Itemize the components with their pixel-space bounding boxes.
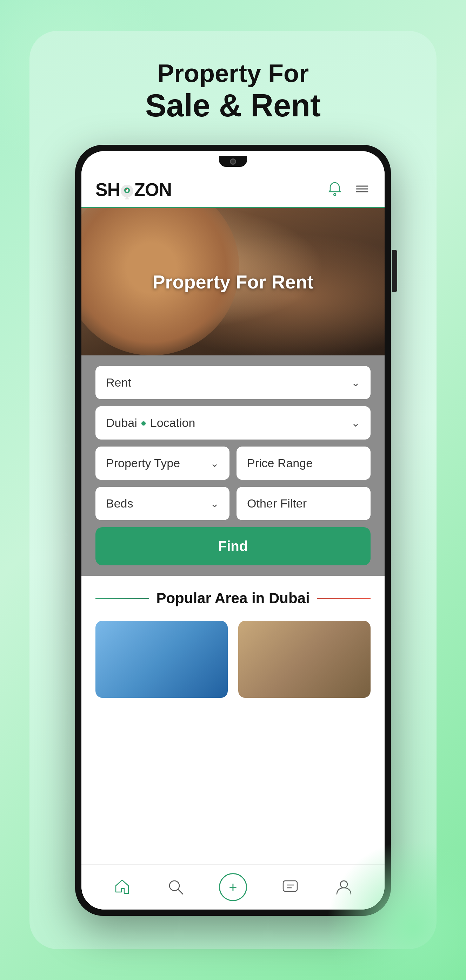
listing-type-filter[interactable]: Rent ⌄ bbox=[96, 366, 370, 399]
notch bbox=[219, 156, 247, 167]
nav-search[interactable] bbox=[165, 877, 186, 897]
bottom-nav: + bbox=[81, 864, 385, 910]
hero-line2: Sale & Rent bbox=[145, 88, 321, 124]
logo: SH ZON bbox=[96, 179, 172, 200]
popular-line-right bbox=[317, 598, 370, 599]
price-range-label: Price Range bbox=[247, 457, 313, 470]
notch-bar bbox=[81, 151, 385, 172]
hero-line1: Property For bbox=[145, 59, 321, 88]
location-label: Location bbox=[150, 416, 195, 430]
property-type-chevron: ⌄ bbox=[210, 457, 219, 469]
listing-type-value: Rent bbox=[106, 376, 131, 390]
location-row: Dubai ● Location bbox=[106, 416, 195, 430]
hero-banner: Property For Rent bbox=[81, 208, 385, 355]
property-type-label: Property Type bbox=[106, 457, 180, 470]
nav-profile[interactable] bbox=[334, 877, 354, 897]
logo-pin-icon bbox=[121, 183, 133, 196]
beds-chevron: ⌄ bbox=[210, 497, 219, 510]
svg-point-5 bbox=[334, 194, 336, 196]
svg-point-3 bbox=[126, 189, 127, 190]
phone-screen: SH ZON bbox=[81, 151, 385, 910]
phone-mockup: SH ZON bbox=[75, 145, 391, 916]
beds-label: Beds bbox=[106, 497, 133, 510]
banner-title: Property For Rent bbox=[152, 271, 313, 293]
app-header: SH ZON bbox=[81, 172, 385, 208]
area-card-1[interactable] bbox=[96, 621, 228, 698]
camera bbox=[230, 158, 236, 165]
other-filter-label: Other Filter bbox=[247, 497, 307, 510]
svg-point-14 bbox=[340, 881, 347, 888]
hero-text: Property For Sale & Rent bbox=[145, 59, 321, 124]
nav-chat[interactable] bbox=[280, 877, 301, 897]
filter-row-2: Beds ⌄ Other Filter bbox=[96, 487, 370, 520]
profile-icon bbox=[334, 877, 354, 897]
popular-header: Popular Area in Dubai bbox=[96, 590, 370, 607]
outer-card: Property For Sale & Rent SH bbox=[29, 31, 437, 949]
property-type-filter[interactable]: Property Type ⌄ bbox=[96, 447, 230, 480]
logo-text-sh: SH bbox=[96, 179, 120, 200]
chat-icon bbox=[280, 877, 301, 897]
home-icon bbox=[112, 877, 132, 897]
location-pin-icon: ● bbox=[141, 417, 147, 429]
search-filters: Rent ⌄ Dubai ● Location ⌄ Property Type bbox=[81, 355, 385, 576]
location-filter[interactable]: Dubai ● Location ⌄ bbox=[96, 406, 370, 439]
popular-title: Popular Area in Dubai bbox=[156, 590, 310, 607]
find-button[interactable]: Find bbox=[96, 527, 370, 565]
area-card-2[interactable] bbox=[238, 621, 370, 698]
bell-icon[interactable] bbox=[326, 180, 343, 199]
header-icons bbox=[326, 180, 370, 199]
white-section: Popular Area in Dubai bbox=[81, 576, 385, 864]
other-filter[interactable]: Other Filter bbox=[236, 487, 370, 520]
logo-text-zon: ZON bbox=[134, 179, 172, 200]
svg-line-10 bbox=[178, 889, 183, 894]
search-icon bbox=[165, 877, 186, 897]
svg-rect-11 bbox=[283, 881, 297, 891]
beds-filter[interactable]: Beds ⌄ bbox=[96, 487, 230, 520]
price-range-filter[interactable]: Price Range bbox=[236, 447, 370, 480]
nav-add[interactable]: + bbox=[219, 873, 247, 901]
plus-icon: + bbox=[229, 880, 237, 895]
nav-home[interactable] bbox=[112, 877, 132, 897]
listing-type-chevron: ⌄ bbox=[351, 376, 360, 389]
popular-line-left bbox=[96, 598, 149, 599]
area-cards bbox=[96, 621, 370, 698]
menu-icon[interactable] bbox=[354, 180, 370, 199]
city-value: Dubai bbox=[106, 416, 137, 430]
filter-row-1: Property Type ⌄ Price Range bbox=[96, 447, 370, 480]
location-chevron: ⌄ bbox=[351, 417, 360, 429]
